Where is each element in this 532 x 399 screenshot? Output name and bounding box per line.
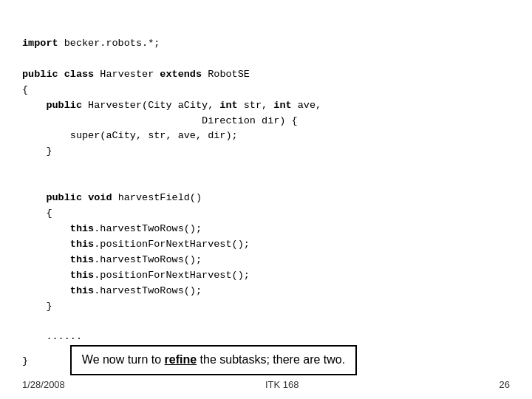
tooltip-box: We now turn to refine the subtasks; ther… [70, 345, 357, 375]
closing-brace: } [22, 355, 70, 366]
tooltip-bold: refine [165, 353, 197, 366]
extends-keyword: extends [160, 69, 202, 80]
footer-left: 1/28/2008 [22, 379, 65, 390]
footer-center: ITK 168 [265, 379, 299, 390]
public-keyword-1: public [22, 69, 58, 80]
class-keyword: class [64, 69, 95, 80]
this-keyword-1: this [70, 223, 94, 234]
this-keyword-2: this [70, 239, 94, 250]
this-keyword-5: this [70, 285, 94, 296]
footer-right: 26 [499, 379, 510, 390]
void-keyword: void [88, 192, 112, 203]
public-keyword-3: public [46, 192, 82, 203]
tooltip-prefix: We now turn to [82, 353, 165, 366]
code-block: import becker.robots.*; public class Har… [22, 21, 510, 391]
this-keyword-4: this [70, 270, 94, 281]
slide: import becker.robots.*; public class Har… [0, 0, 532, 399]
import-keyword: import [22, 38, 58, 49]
this-keyword-3: this [70, 254, 94, 265]
int-keyword-2: int [273, 100, 291, 111]
footer: 1/28/2008 ITK 168 26 [0, 379, 532, 390]
tooltip-suffix: the subtasks; there are two. [197, 353, 345, 366]
int-keyword-1: int [219, 100, 237, 111]
public-keyword-2: public [46, 100, 82, 111]
